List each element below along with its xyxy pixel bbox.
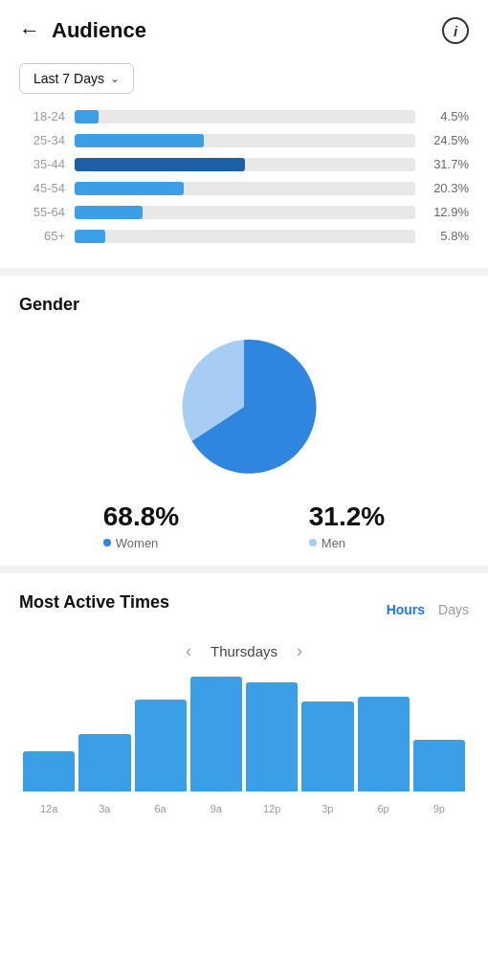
- chart-bar-col: [358, 677, 410, 791]
- gender-section: Gender 68.8% Women 31.2% Men: [0, 276, 488, 566]
- prev-day-button[interactable]: ‹: [186, 641, 191, 661]
- time-tab-days[interactable]: Days: [438, 602, 469, 617]
- divider-1: [0, 268, 488, 276]
- chart-time-label: 9a: [190, 803, 242, 814]
- age-bar-track: [75, 134, 415, 147]
- age-bar-percentage: 31.7%: [425, 157, 469, 171]
- chart-time-label: 3p: [301, 803, 353, 814]
- chart-bar: [78, 734, 130, 791]
- men-stat: 31.2% Men: [309, 502, 385, 550]
- chart-bar-col: [78, 677, 130, 791]
- back-button[interactable]: ←: [19, 20, 40, 41]
- age-bar-fill: [75, 182, 184, 195]
- chart-bar-col: [301, 677, 353, 791]
- women-label-row: Women: [103, 536, 159, 550]
- age-row: 45-5420.3%: [19, 181, 469, 195]
- chart-time-label: 6a: [135, 803, 187, 814]
- men-label-row: Men: [309, 536, 345, 550]
- age-range-label: 45-54: [19, 181, 65, 195]
- age-bar-track: [75, 182, 415, 195]
- age-bar-percentage: 12.9%: [425, 205, 469, 219]
- age-row: 18-244.5%: [19, 109, 469, 123]
- age-range-label: 35-44: [19, 157, 65, 171]
- chevron-down-icon: ⌄: [110, 72, 120, 85]
- header-left: ← Audience: [19, 18, 146, 43]
- age-row: 35-4431.7%: [19, 157, 469, 171]
- age-bar-fill: [75, 206, 143, 219]
- chart-bar: [301, 702, 353, 791]
- info-button[interactable]: i: [442, 17, 469, 44]
- age-row: 55-6412.9%: [19, 205, 469, 219]
- age-bar-percentage: 5.8%: [425, 229, 469, 243]
- gender-stats: 68.8% Women 31.2% Men: [19, 502, 469, 550]
- active-times-title: Most Active Times: [19, 592, 169, 612]
- divider-2: [0, 566, 488, 573]
- chart-bar: [358, 697, 410, 791]
- age-bar-track: [75, 158, 415, 171]
- hours-bar-chart: [19, 677, 469, 791]
- age-bar-percentage: 24.5%: [425, 133, 469, 147]
- age-range-label: 55-64: [19, 205, 65, 219]
- men-dot: [309, 539, 317, 546]
- current-day-label: Thursdays: [211, 643, 277, 659]
- chart-bar-col: [190, 677, 242, 791]
- filter-label: Last 7 Days: [33, 71, 104, 86]
- age-section: 18-244.5%25-3424.5%35-4431.7%45-5420.3%5…: [0, 105, 488, 268]
- active-times-header: Most Active Times HoursDays: [19, 592, 469, 628]
- gender-title: Gender: [19, 295, 469, 315]
- chart-bar: [413, 740, 465, 791]
- age-range-label: 65+: [19, 229, 65, 243]
- chart-time-label: 6p: [358, 803, 410, 814]
- day-navigator: ‹ Thursdays ›: [19, 641, 469, 661]
- chart-time-label: 9p: [413, 803, 465, 814]
- age-row: 65+5.8%: [19, 229, 469, 243]
- women-dot: [103, 539, 111, 546]
- age-bar-track: [75, 110, 415, 123]
- age-bar-fill: [75, 110, 99, 123]
- chart-bar: [190, 677, 242, 791]
- filter-row: Last 7 Days ⌄: [0, 56, 488, 105]
- chart-bar: [246, 682, 298, 791]
- age-bar-fill: [75, 158, 245, 171]
- active-times-section: Most Active Times HoursDays ‹ Thursdays …: [0, 573, 488, 814]
- age-row: 25-3424.5%: [19, 133, 469, 147]
- header: ← Audience i: [0, 0, 488, 56]
- age-bar-track: [75, 230, 415, 243]
- women-label: Women: [116, 536, 159, 550]
- active-tabs: HoursDays: [387, 602, 469, 617]
- date-filter-button[interactable]: Last 7 Days ⌄: [19, 63, 134, 94]
- chart-bar-col: [413, 677, 465, 791]
- age-range-label: 18-24: [19, 109, 65, 123]
- age-bar-fill: [75, 134, 204, 147]
- chart-bar-col: [246, 677, 298, 791]
- chart-bar-col: [135, 677, 187, 791]
- age-bar-track: [75, 206, 415, 219]
- chart-labels: 12a3a6a9a12p3p6p9p: [19, 797, 469, 814]
- next-day-button[interactable]: ›: [297, 641, 302, 661]
- age-range-label: 25-34: [19, 133, 65, 147]
- age-bar-percentage: 4.5%: [425, 109, 469, 123]
- age-bar-percentage: 20.3%: [425, 181, 469, 195]
- chart-bar: [23, 751, 75, 791]
- chart-time-label: 12a: [23, 803, 75, 814]
- women-stat: 68.8% Women: [103, 502, 179, 550]
- time-tab-hours[interactable]: Hours: [387, 602, 425, 617]
- chart-bar: [135, 700, 187, 791]
- men-percentage: 31.2%: [309, 502, 385, 532]
- chart-time-label: 12p: [246, 803, 298, 814]
- pie-chart-container: [19, 330, 469, 483]
- age-bar-fill: [75, 230, 105, 243]
- chart-bar-col: [23, 677, 75, 791]
- chart-time-label: 3a: [78, 803, 130, 814]
- gender-pie-chart: [167, 330, 321, 483]
- page-title: Audience: [52, 18, 146, 43]
- men-label: Men: [322, 536, 345, 550]
- women-percentage: 68.8%: [103, 502, 179, 532]
